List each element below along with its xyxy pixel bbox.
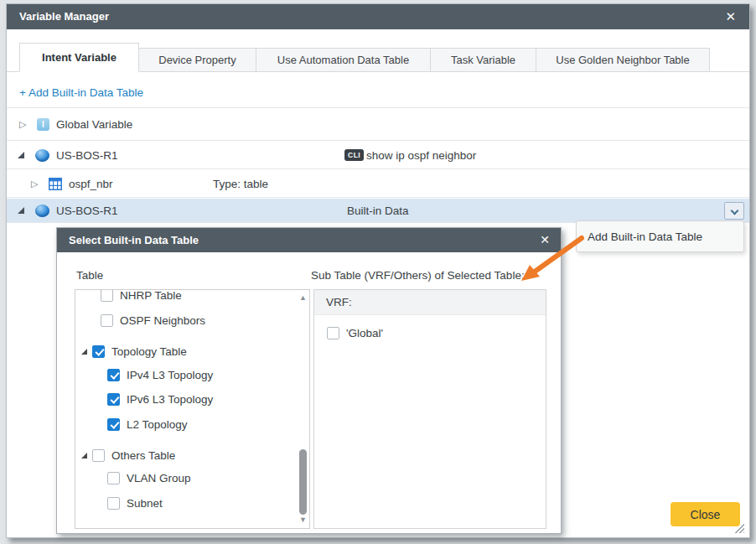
tree-row-ospf-nbr[interactable]: ▷ ospf_nbr Type: table [7,170,749,198]
list-item-label: L2 Topology [127,418,188,431]
dropdown-menu: Add Built-in Data Table [576,220,744,252]
router-icon [35,149,49,162]
list-item-label: VLAN Group [127,472,191,484]
page: Variable Manager ✕ Intent Variable Devic… [0,0,756,544]
tree-row-global-variable[interactable]: ▷ I Global Variable [7,108,749,141]
subtable-column-label: Sub Table (VRF/Others) of Selected Table… [311,269,525,282]
tab-use-golden-neighbor-table[interactable]: Use Golden Neighbor Table [536,48,710,71]
list-item-topology-table[interactable]: Topology Table [81,343,187,360]
row-type-text: Type: table [213,178,268,190]
checkbox-unchecked[interactable] [92,449,105,462]
checkbox-unchecked[interactable] [101,314,113,327]
list-item-label: IPv4 L3 Topology [127,369,213,381]
subtable-panel: VRF: 'Global' [313,289,546,529]
list-item-ipv6-l3-topology[interactable]: IPv6 L3 Topology [107,391,213,407]
tree-row-label: Global Variable [56,118,132,131]
scrollbar-thumb[interactable] [299,449,307,515]
expand-expanded-icon[interactable] [81,349,87,355]
list-item-label: IPv6 L3 Topology [127,393,213,406]
tab-device-property[interactable]: Device Property [138,48,256,71]
dialog-title: Select Built-in Data Table [69,234,199,246]
tab-task-variable[interactable]: Task Variable [430,48,536,71]
list-item-ospf-neighbors[interactable]: OSPF Neighbors [101,312,205,329]
tree-row-label: US-BOS-R1 [56,205,118,217]
list-item-ipv4-l3-topology[interactable]: IPv4 L3 Topology [107,366,213,383]
list-item-others-table[interactable]: Others Table [81,447,175,464]
list-item-label: Subnet [127,497,163,510]
list-item-label: Topology Table [111,345,187,358]
checkbox-unchecked[interactable] [327,327,339,339]
tab-bar: Intent Variable Device Property Use Auto… [7,29,749,72]
expand-expanded-icon[interactable] [81,453,87,459]
list-item-l2-topology[interactable]: L2 Topology [107,416,188,433]
tab-intent-variable[interactable]: Intent Variable [19,43,139,72]
built-in-data-text: Built-in Data [347,205,409,217]
tree-row-us-bos-r1[interactable]: US-BOS-R1 CLI show ip ospf neighbor [7,142,749,169]
scroll-down-icon[interactable]: ▼ [299,516,307,524]
vrf-header: VRF: [314,290,546,315]
list-item-label: OSPF Neighbors [120,314,205,327]
list-item-label: Others Table [111,449,175,462]
expand-collapsed-icon[interactable]: ▷ [19,120,29,129]
tree-row-label: ospf_nbr [69,178,113,190]
table-column-label: Table [76,269,103,282]
checkbox-checked[interactable] [107,393,120,406]
checkbox-checked[interactable] [92,345,105,358]
dialog-close-icon[interactable]: ✕ [540,228,550,252]
row-dropdown-button[interactable] [724,202,744,220]
checkbox-unchecked[interactable] [107,497,120,510]
tab-use-automation-data-table[interactable]: Use Automation Data Table [256,48,431,71]
tree-row-label: US-BOS-R1 [56,149,118,162]
expand-collapsed-icon[interactable]: ▷ [31,179,41,189]
cli-command-text: show ip ospf neighbor [366,149,476,162]
cli-badge: CLI [344,149,364,161]
global-variable-icon: I [37,118,49,131]
router-icon [35,205,49,217]
expand-expanded-icon[interactable] [18,152,24,158]
checkbox-checked[interactable] [107,418,120,431]
window-close-icon[interactable]: ✕ [725,4,736,29]
list-item-label: NHRP Table [120,289,182,302]
list-item-vlan-group[interactable]: VLAN Group [107,469,191,486]
checkbox-unchecked[interactable] [107,472,120,484]
window-titlebar: Variable Manager ✕ [7,4,749,29]
window-title: Variable Manager [19,10,109,23]
menu-item-add-built-in-data-table[interactable]: Add Built-in Data Table [577,231,743,243]
tree-row-us-bos-r1-selected[interactable]: US-BOS-R1 Built-in Data [7,199,749,223]
close-button[interactable]: Close [671,502,740,526]
checkbox-unchecked[interactable] [101,289,113,302]
scrollbar[interactable]: ▲ ▼ [297,291,308,527]
list-item-nhrp-table[interactable]: NHRP Table [101,289,182,303]
list-item-vrf-global[interactable]: 'Global' [327,327,383,339]
select-built-in-data-table-dialog: Select Built-in Data Table ✕ Table Sub T… [56,227,562,534]
scroll-up-icon[interactable]: ▲ [299,294,307,302]
expand-expanded-icon[interactable] [18,207,24,214]
table-list: NHRP Table OSPF Neighbors Topology Table… [75,289,310,529]
table-grid-icon [49,178,62,190]
chevron-down-icon [731,207,739,215]
add-built-in-data-table-link[interactable]: + Add Built-in Data Table [19,86,143,99]
dialog-titlebar: Select Built-in Data Table ✕ [57,228,561,252]
list-item-label: 'Global' [346,327,383,339]
checkbox-checked[interactable] [107,369,120,381]
list-item-subnet[interactable]: Subnet [107,495,163,511]
